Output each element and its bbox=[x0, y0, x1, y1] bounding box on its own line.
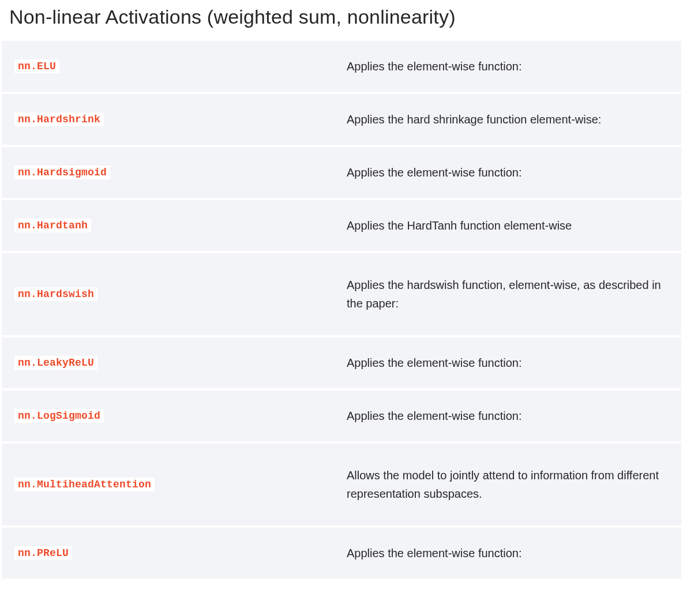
api-link-hardshrink[interactable]: nn.Hardshrink bbox=[14, 112, 104, 126]
api-link-elu[interactable]: nn.ELU bbox=[14, 59, 59, 73]
table-row: nn.PReLU Applies the element-wise functi… bbox=[2, 528, 681, 579]
api-link-multiheadattention[interactable]: nn.MultiheadAttention bbox=[14, 478, 155, 491]
api-name-cell: nn.Hardsigmoid bbox=[2, 166, 347, 179]
api-name-cell: nn.Hardswish bbox=[2, 287, 347, 301]
table-row: nn.LogSigmoid Applies the element-wise f… bbox=[2, 390, 681, 441]
api-name-cell: nn.LogSigmoid bbox=[2, 409, 347, 423]
api-description: Allows the model to jointly attend to in… bbox=[347, 466, 681, 503]
api-description: Applies the element-wise function: bbox=[347, 407, 681, 425]
table-row: nn.Hardshrink Applies the hard shrinkage… bbox=[2, 94, 681, 145]
page-title: Non-linear Activations (weighted sum, no… bbox=[0, 0, 683, 41]
api-description: Applies the element-wise function: bbox=[347, 57, 681, 76]
table-row: nn.Hardsigmoid Applies the element-wise … bbox=[2, 147, 681, 198]
table-row: nn.LeakyReLU Applies the element-wise fu… bbox=[2, 337, 681, 388]
api-name-cell: nn.Hardshrink bbox=[2, 112, 347, 126]
table-row: nn.MultiheadAttention Allows the model t… bbox=[2, 444, 681, 525]
api-table: nn.ELU Applies the element-wise function… bbox=[2, 41, 681, 579]
api-link-logsigmoid[interactable]: nn.LogSigmoid bbox=[14, 409, 104, 423]
api-name-cell: nn.ELU bbox=[2, 59, 347, 73]
api-name-cell: nn.LeakyReLU bbox=[2, 356, 347, 370]
table-row: nn.Hardswish Applies the hardswish funct… bbox=[2, 253, 681, 335]
api-link-hardsigmoid[interactable]: nn.Hardsigmoid bbox=[14, 166, 110, 179]
api-description: Applies the hardswish function, element-… bbox=[347, 276, 681, 313]
api-description: Applies the element-wise function: bbox=[347, 163, 681, 182]
api-description: Applies the element-wise function: bbox=[347, 354, 681, 372]
api-link-prelu[interactable]: nn.PReLU bbox=[14, 546, 72, 560]
table-row: nn.ELU Applies the element-wise function… bbox=[2, 41, 681, 92]
api-description: Applies the hard shrinkage function elem… bbox=[347, 110, 681, 129]
api-link-hardtanh[interactable]: nn.Hardtanh bbox=[14, 219, 91, 232]
api-name-cell: nn.Hardtanh bbox=[2, 219, 347, 232]
api-link-hardswish[interactable]: nn.Hardswish bbox=[14, 287, 97, 301]
api-name-cell: nn.PReLU bbox=[2, 546, 347, 560]
api-name-cell: nn.MultiheadAttention bbox=[2, 478, 347, 491]
api-description: Applies the element-wise function: bbox=[347, 544, 681, 562]
table-row: nn.Hardtanh Applies the HardTanh functio… bbox=[2, 200, 681, 251]
api-description: Applies the HardTanh function element-wi… bbox=[347, 216, 681, 235]
api-link-leakyrelu[interactable]: nn.LeakyReLU bbox=[14, 356, 97, 370]
